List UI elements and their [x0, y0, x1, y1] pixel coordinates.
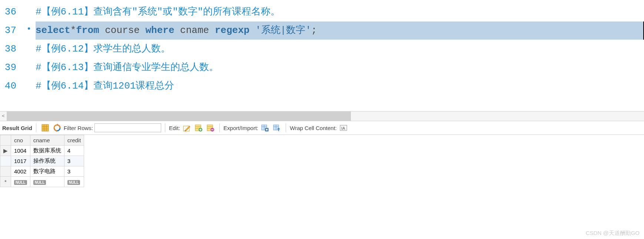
code-line[interactable]: 40#【例6.14】查询1201课程总分: [0, 77, 644, 96]
svg-rect-23: [266, 129, 268, 130]
table-row[interactable]: 1017操作系统3: [0, 156, 84, 166]
line-number: 36: [0, 3, 22, 21]
column-header[interactable]: cname: [30, 135, 64, 146]
code-content[interactable]: #【例6.14】查询1201课程总分: [36, 77, 644, 95]
grid-view-icon[interactable]: [41, 124, 49, 132]
refresh-icon[interactable]: [53, 124, 61, 132]
code-line[interactable]: 37•select*from course where cname regexp…: [0, 21, 644, 40]
table-row[interactable]: ▶1004数据库系统4: [0, 146, 84, 156]
watermark-text: CSDN @天道酬勤GO: [586, 230, 640, 237]
table-row[interactable]: 4002数字电路3: [0, 166, 84, 177]
row-marker: ▶: [0, 146, 11, 156]
cell[interactable]: 4002: [11, 166, 30, 177]
code-line[interactable]: 36#【例6.11】查询含有"系统"或"数字"的所有课程名称。: [0, 3, 644, 21]
cell[interactable]: 操作系统: [30, 156, 64, 166]
wrap-cell-icon[interactable]: IA: [339, 124, 348, 132]
line-number: 40: [0, 77, 22, 95]
cell[interactable]: 3: [64, 156, 84, 166]
scroll-thumb[interactable]: [7, 112, 351, 121]
column-header[interactable]: credit: [64, 135, 84, 146]
separator: [36, 123, 36, 132]
separator: [219, 123, 220, 132]
separator: [165, 123, 165, 132]
export-import-label: Export/Import:: [223, 125, 258, 131]
line-number: 39: [0, 59, 22, 77]
svg-text:IA: IA: [341, 126, 345, 130]
filter-rows-label: Filter Rows:: [64, 125, 93, 131]
table-row-null[interactable]: *NULLNULLNULL: [0, 177, 84, 187]
result-grid-label: Result Grid: [2, 125, 32, 131]
null-badge: NULL: [67, 180, 80, 185]
code-content[interactable]: select*from course where cname regexp '系…: [36, 21, 644, 40]
cell[interactable]: 4: [64, 146, 84, 156]
add-row-icon[interactable]: [195, 124, 203, 132]
cell-null[interactable]: NULL: [30, 177, 64, 187]
row-marker: *: [0, 177, 11, 187]
row-marker: [0, 166, 11, 177]
import-icon[interactable]: [273, 124, 281, 132]
code-line[interactable]: 38#【例6.12】求学生的总人数。: [0, 40, 644, 59]
scroll-track[interactable]: [7, 112, 644, 121]
cell-null[interactable]: NULL: [11, 177, 30, 187]
scroll-left-button[interactable]: <: [0, 112, 7, 121]
line-number: 37: [0, 21, 22, 40]
separator: [286, 123, 286, 132]
svg-rect-0: [42, 125, 49, 131]
row-marker: [0, 156, 11, 166]
sql-editor[interactable]: 36#【例6.11】查询含有"系统"或"数字"的所有课程名称。37•select…: [0, 0, 644, 111]
row-header-blank: [0, 135, 11, 146]
cell-null[interactable]: NULL: [64, 177, 84, 187]
code-content[interactable]: #【例6.12】求学生的总人数。: [36, 40, 644, 58]
cell[interactable]: 数据库系统: [30, 146, 64, 156]
edit-label: Edit:: [169, 125, 180, 131]
code-content[interactable]: #【例6.13】查询通信专业学生的总人数。: [36, 59, 644, 77]
line-marker: •: [22, 21, 36, 37]
cell[interactable]: 3: [64, 166, 84, 177]
result-toolbar: Result Grid Filter Rows: Edit: Export/Im…: [0, 121, 644, 135]
result-grid-table[interactable]: cnocnamecredit▶1004数据库系统41017操作系统34002数字…: [0, 135, 84, 187]
horizontal-scrollbar[interactable]: <: [0, 111, 644, 121]
column-header[interactable]: cno: [11, 135, 30, 146]
edit-row-icon[interactable]: [183, 124, 191, 132]
export-icon[interactable]: [261, 124, 269, 132]
code-content[interactable]: #【例6.11】查询含有"系统"或"数字"的所有课程名称。: [36, 3, 644, 21]
line-number: 38: [0, 40, 22, 58]
null-badge: NULL: [14, 180, 27, 185]
cell[interactable]: 1004: [11, 146, 30, 156]
code-line[interactable]: 39#【例6.13】查询通信专业学生的总人数。: [0, 59, 644, 77]
wrap-cell-label: Wrap Cell Content:: [290, 125, 336, 131]
null-badge: NULL: [33, 180, 46, 185]
delete-row-icon[interactable]: [206, 124, 215, 132]
cell[interactable]: 数字电路: [30, 166, 64, 177]
filter-rows-input[interactable]: [94, 123, 161, 132]
cell[interactable]: 1017: [11, 156, 30, 166]
